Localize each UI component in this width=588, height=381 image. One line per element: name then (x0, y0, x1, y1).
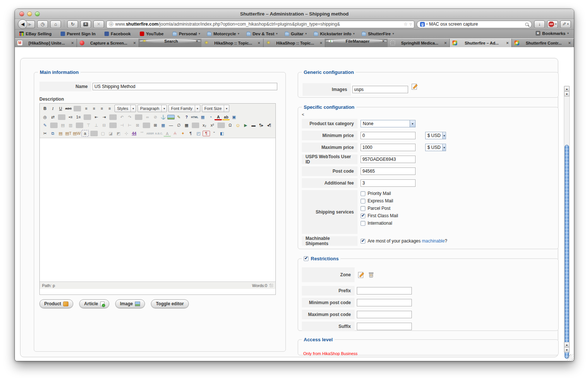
visual-aid-icon[interactable]: ▦ (183, 122, 190, 128)
preview-icon[interactable]: ◰ (195, 130, 202, 137)
insert-time-icon[interactable]: ◔ (207, 114, 214, 120)
bullet-list-icon[interactable]: •≡ (67, 114, 74, 120)
scrollbar-thumb[interactable] (565, 145, 569, 359)
find-icon[interactable]: ◎ (41, 114, 49, 120)
bookmark-item[interactable]: Dev & Test ▾ (246, 32, 278, 36)
browser-tab[interactable]: Shutterfire Contr... ✕ (512, 39, 574, 47)
advanced-hr-icon[interactable]: ▬ (250, 122, 257, 128)
blockquote-icon[interactable]: “ (210, 130, 218, 137)
tab-close-icon[interactable]: ✕ (506, 41, 509, 45)
extension-quill-button[interactable]: ✎▾ (560, 20, 571, 28)
bookmark-item[interactable]: Motorcycle ▾ (207, 32, 239, 36)
restriction-input[interactable] (357, 287, 412, 294)
insert-row-before-icon[interactable]: ⊤ (85, 122, 92, 128)
undo-icon[interactable]: ↶ (118, 114, 126, 120)
underline-icon[interactable]: U (57, 105, 64, 112)
maximum-price-input[interactable] (361, 144, 416, 151)
shipping-service-checkbox[interactable] (361, 206, 365, 211)
minimum-price-currency-select[interactable]: $ USD▼ (425, 132, 446, 139)
search-engine-dropdown-icon[interactable]: ▾ (426, 23, 428, 26)
find-replace-icon[interactable]: ⇄ (49, 114, 56, 120)
browser-tab[interactable]: [HikaShop] Unite... ✕ (15, 39, 77, 47)
edit-image-pencil-icon[interactable] (411, 83, 419, 90)
minimize-window-button[interactable] (27, 12, 32, 16)
align-center-icon[interactable]: ≡ (90, 105, 98, 112)
restriction-input[interactable] (357, 299, 412, 306)
post-code-input[interactable] (361, 167, 416, 175)
tab-close-icon[interactable]: ✕ (568, 41, 571, 45)
download-button[interactable]: ↓ (534, 20, 545, 28)
font-family-select[interactable]: Font Family ▼ (168, 105, 200, 112)
editor-canvas[interactable] (40, 138, 275, 281)
layer-forward-icon[interactable]: ◪ (107, 130, 114, 137)
media-icon[interactable]: ▶ (242, 122, 249, 128)
bookmark-item[interactable]: EBay Selling (19, 32, 54, 36)
strikethrough-icon[interactable]: ABC (65, 105, 72, 112)
backcolor-icon[interactable]: ab (222, 115, 230, 120)
name-input[interactable] (93, 83, 277, 90)
adblock-dropdown-icon[interactable]: ▾ (555, 23, 557, 26)
subscript-icon[interactable]: x₂ (201, 122, 208, 128)
paste-word-icon[interactable]: ▤W (72, 130, 81, 137)
zoom-window-button[interactable] (35, 12, 40, 16)
home-button[interactable]: ⌂ (50, 20, 61, 28)
anchor-icon[interactable]: ⚓ (159, 114, 167, 120)
bookmark-item[interactable]: YouTube (140, 32, 165, 36)
indent-icon[interactable]: ⇥ (100, 114, 108, 120)
editor-action-button[interactable]: Image (115, 299, 145, 308)
back-button[interactable]: ◀ (18, 19, 28, 29)
browser-tab[interactable]: HikaShop :: Topic... ✕ (201, 39, 264, 47)
tab-close-icon[interactable]: ✕ (444, 41, 447, 45)
browser-tab[interactable]: Shutterfire – Ad... ✕ (450, 39, 512, 47)
shipping-service-checkbox[interactable] (361, 214, 365, 218)
shipping-service-checkbox[interactable] (361, 221, 365, 226)
unlink-icon[interactable]: ⊘ (152, 114, 159, 120)
browser-tab[interactable]: HikaShop :: Topic... ✕ (264, 39, 326, 47)
bookmark-item[interactable]: ShutterFire ▾ (362, 32, 394, 36)
insert-col-after-icon[interactable]: ⊢ (126, 122, 133, 128)
remove-format-icon[interactable]: ∅ (175, 122, 182, 128)
close-window-button[interactable] (19, 12, 24, 16)
stop-button[interactable]: ✕ (93, 20, 104, 28)
font-size-select[interactable]: Font Size ▼ (202, 105, 229, 112)
table-cell-props-icon[interactable]: ▥ (67, 122, 74, 128)
bookmark-item[interactable]: Facebook (104, 32, 133, 36)
forecolor-icon[interactable]: A (214, 115, 222, 120)
restriction-input[interactable] (357, 311, 412, 318)
nowrap-icon[interactable]: ¶ (203, 131, 210, 136)
edit-zone-pencil-icon[interactable] (358, 271, 365, 279)
browser-tab[interactable]: Springhill Medica... ✕ (388, 39, 450, 47)
numbered-list-icon[interactable]: 1≡ (75, 114, 82, 120)
abbr-icon[interactable]: ABBR (146, 130, 154, 137)
vertical-scrollbar[interactable]: ▲ ▼ ▲ ▼ (564, 86, 570, 353)
machinable-link[interactable]: machinable (422, 238, 445, 244)
select-all-icon[interactable]: a (81, 130, 89, 137)
bookmark-item[interactable]: Kickstarter info ▾ (314, 32, 355, 36)
delete-row-icon[interactable]: ⊟ (100, 122, 108, 128)
insert-row-after-icon[interactable]: ⊥ (93, 122, 100, 128)
editor-action-button[interactable]: Article (79, 299, 109, 308)
cut-icon[interactable]: ✂ (41, 130, 49, 137)
styles-select[interactable]: Styles ▼ (114, 105, 136, 112)
scroll-up-icon[interactable]: ▲ (564, 86, 569, 91)
title-bar[interactable]: Shutterfire – Administration – Shipping … (15, 9, 574, 19)
search-icon[interactable] (525, 23, 529, 26)
ins-icon[interactable]: A (164, 131, 171, 137)
paste-text-icon[interactable]: ▤T (65, 130, 72, 137)
cite-icon[interactable]: “” (138, 130, 146, 137)
bookmark-item[interactable]: Guitar ▾ (285, 32, 307, 36)
window-resize-grip[interactable] (567, 354, 573, 360)
shipping-service-checkbox[interactable] (361, 199, 365, 203)
special-char-icon[interactable]: Ω (226, 122, 234, 128)
product-tax-category-select[interactable]: None▼ (361, 120, 416, 127)
reload-button[interactable]: ↻ (67, 20, 78, 28)
tab-close-icon[interactable]: ✕ (196, 39, 198, 43)
browser-tab[interactable]: FileManager ✕ (325, 39, 388, 43)
tab-close-icon[interactable]: ✕ (133, 41, 136, 45)
url-dropdown-icon[interactable]: ▽ (410, 23, 412, 26)
tab-close-icon[interactable]: ✕ (71, 41, 74, 45)
align-left-icon[interactable]: ≡ (83, 105, 90, 112)
editor-resize-grip[interactable] (269, 284, 273, 287)
restrictions-checkbox[interactable] (304, 256, 308, 261)
insert-col-before-icon[interactable]: ⊣ (118, 122, 126, 128)
